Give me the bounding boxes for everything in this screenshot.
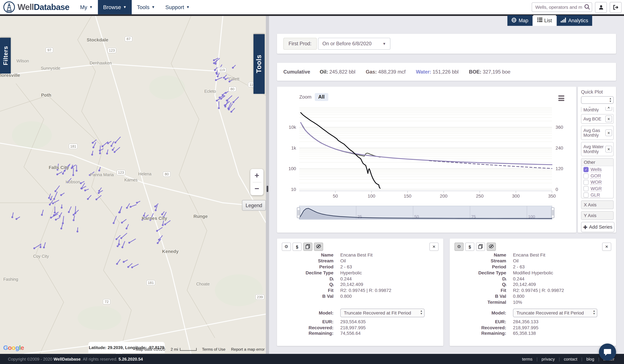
zoom-out-button[interactable]: − [250, 182, 263, 195]
well-marker[interactable] [11, 213, 13, 218]
filters-side-tab[interactable]: Filters [0, 38, 11, 73]
well-marker[interactable] [76, 165, 78, 172]
series-toggle-label[interactable]: WGR [591, 186, 602, 191]
welldatabase-logo[interactable]: WellDatabase [3, 1, 69, 13]
well-marker[interactable] [98, 167, 101, 171]
well-marker[interactable] [114, 147, 120, 153]
well-marker[interactable] [116, 235, 120, 240]
well-marker[interactable] [84, 189, 89, 192]
well-marker[interactable] [154, 204, 158, 208]
well-marker[interactable] [161, 211, 164, 215]
zoom-all-button[interactable]: All [314, 93, 328, 101]
model-select[interactable]: Truncate Recovered at Fit Period▲▼ [340, 309, 425, 317]
dollar-icon-button[interactable]: $ [465, 243, 474, 251]
well-marker[interactable] [43, 242, 45, 248]
well-marker[interactable] [106, 149, 108, 155]
well-marker[interactable] [231, 108, 235, 113]
well-marker[interactable] [215, 77, 222, 81]
tools-side-tab[interactable]: Tools [254, 34, 265, 94]
checkbox-unchecked[interactable] [583, 173, 589, 178]
well-marker[interactable] [162, 220, 164, 226]
well-marker[interactable] [121, 219, 126, 224]
well-marker[interactable] [130, 205, 137, 208]
well-marker[interactable] [131, 264, 138, 268]
well-marker[interactable] [87, 195, 91, 200]
series-toggle-label[interactable]: GOR [591, 173, 601, 178]
copy-icon-button[interactable] [303, 243, 312, 251]
eye-slash-icon-button[interactable] [314, 243, 323, 251]
well-marker[interactable] [224, 101, 230, 106]
well-marker[interactable] [223, 75, 227, 79]
production-chart[interactable]: 5010015020025030035010k1k100103602401200… [277, 103, 576, 230]
well-marker[interactable] [54, 186, 60, 192]
well-marker[interactable] [73, 216, 75, 221]
chat-widget-button[interactable] [599, 343, 616, 361]
legend-button[interactable]: Legend [242, 200, 266, 211]
well-marker[interactable] [68, 207, 71, 213]
series-toggle-label[interactable]: Wells [591, 167, 601, 172]
well-marker[interactable] [15, 217, 20, 220]
nav-item-my[interactable]: My▼ [75, 0, 98, 14]
well-marker[interactable] [128, 239, 136, 244]
series-toggle-label[interactable]: GLR [591, 192, 600, 197]
sign-out-button[interactable] [610, 2, 622, 13]
tab-map[interactable]: Map [507, 15, 532, 26]
series-toggle-label[interactable]: WOR [591, 180, 602, 185]
checkbox-unchecked[interactable] [583, 192, 589, 197]
first-prod-dropdown[interactable]: On or Before 6/8/2020 ▼ [318, 38, 390, 50]
well-marker[interactable] [110, 141, 114, 147]
well-marker[interactable] [80, 181, 84, 184]
well-marker[interactable] [62, 216, 64, 224]
search-input[interactable] [532, 2, 592, 12]
y-axis-section[interactable]: Y Axis [581, 211, 614, 220]
well-marker[interactable] [59, 213, 62, 217]
well-marker[interactable] [232, 65, 236, 69]
well-marker[interactable] [60, 193, 64, 196]
terms-of-use-link[interactable]: Terms of Use [202, 347, 225, 351]
report-map-error-link[interactable]: Report a map error [231, 347, 265, 351]
well-marker[interactable] [164, 220, 170, 225]
well-marker[interactable] [120, 233, 127, 239]
well-marker[interactable] [126, 224, 129, 229]
well-marker[interactable] [225, 78, 229, 80]
zoom-in-button[interactable]: + [250, 169, 263, 182]
checkbox-checked[interactable]: ✓ [583, 167, 589, 172]
well-marker[interactable] [226, 96, 232, 101]
well-marker[interactable] [53, 192, 57, 200]
navigator-handle-right[interactable] [551, 208, 554, 218]
remove-series-icon[interactable]: ✕ [605, 129, 612, 136]
well-marker[interactable] [55, 218, 60, 221]
well-marker[interactable] [112, 147, 115, 151]
well-marker[interactable] [126, 203, 130, 209]
chart-menu-button hamburger-icon[interactable] [558, 96, 564, 102]
well-marker[interactable] [118, 240, 120, 245]
quick-plot-select[interactable]: ▲▼ [581, 96, 614, 104]
nav-item-browse[interactable]: Browse▼ [98, 0, 132, 14]
well-marker[interactable] [54, 207, 56, 214]
well-marker[interactable] [156, 227, 162, 232]
navigator-handle-left[interactable] [297, 208, 300, 218]
checkbox-unchecked[interactable] [583, 180, 589, 185]
well-marker[interactable] [102, 142, 108, 147]
x-axis-section[interactable]: X Axis [581, 200, 614, 209]
remove-series-icon[interactable]: ✕ [605, 115, 612, 122]
checkbox-unchecked[interactable] [583, 186, 589, 191]
gear-icon-button[interactable]: ⚙ [455, 243, 464, 251]
well-marker[interactable] [61, 204, 63, 209]
well-marker[interactable] [72, 168, 74, 176]
footer-link-blog[interactable]: blog [582, 357, 598, 361]
close-card-button[interactable]: ✕ [429, 243, 439, 251]
tab-analytics[interactable]: Analytics [557, 15, 592, 26]
well-marker[interactable] [123, 260, 128, 263]
footer-link-privacy[interactable]: privacy [538, 357, 559, 361]
well-marker[interactable] [121, 241, 125, 248]
gear-icon-button[interactable]: ⚙ [282, 243, 291, 251]
well-marker[interactable] [56, 172, 62, 175]
well-marker[interactable] [91, 151, 93, 156]
map-pane[interactable]: StockdaleWilsonDenhawkenSunnysideFloresv… [0, 16, 266, 354]
user-account-button[interactable] [595, 2, 607, 13]
remove-series-icon[interactable]: ✕ [605, 146, 612, 153]
footer-link-terms[interactable]: terms [518, 357, 536, 361]
eye-slash-icon-button[interactable] [487, 243, 496, 251]
nav-item-tools[interactable]: Tools▼ [132, 0, 160, 14]
